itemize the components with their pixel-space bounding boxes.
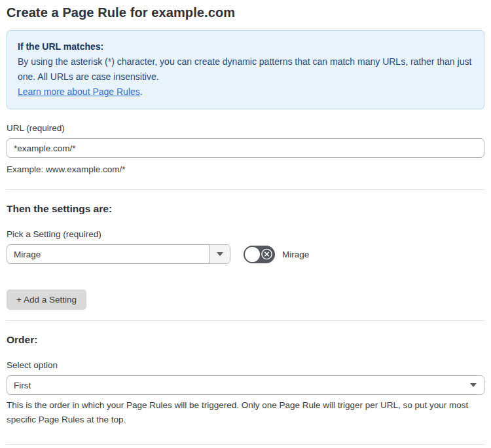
- url-example-helper: Example: www.example.com/*: [7, 162, 484, 177]
- url-input[interactable]: [7, 138, 484, 158]
- divider: [7, 444, 484, 445]
- toggle-off-x-icon: [261, 249, 272, 260]
- url-field-label: URL (required): [7, 123, 484, 133]
- page-title: Create a Page Rule for example.com: [7, 5, 484, 20]
- order-select[interactable]: First: [7, 375, 484, 395]
- setting-select[interactable]: Mirage: [7, 244, 230, 264]
- order-section-heading: Order:: [7, 334, 484, 346]
- setting-select-caret-button[interactable]: [209, 245, 230, 263]
- select-option-label: Select option: [7, 360, 484, 370]
- toggle-label: Mirage: [282, 250, 309, 259]
- info-box-body: By using the asterisk (*) character, you…: [18, 54, 473, 84]
- order-helper-text: This is the order in which your Page Rul…: [7, 398, 478, 427]
- info-box-link-line: Learn more about Page Rules.: [18, 84, 473, 100]
- divider: [7, 189, 484, 190]
- divider: [7, 320, 484, 321]
- add-setting-button[interactable]: + Add a Setting: [7, 289, 86, 310]
- learn-more-link[interactable]: Learn more about Page Rules: [18, 86, 140, 97]
- mirage-toggle[interactable]: [244, 246, 275, 263]
- info-box-heading: If the URL matches:: [18, 39, 473, 54]
- settings-section-heading: Then the settings are:: [7, 203, 484, 215]
- url-match-info-box: If the URL matches: By using the asteris…: [7, 30, 484, 109]
- setting-row: Mirage Mirage: [7, 244, 484, 264]
- chevron-down-icon: [217, 252, 223, 256]
- pick-setting-label: Pick a Setting (required): [7, 229, 484, 239]
- setting-select-value: Mirage: [7, 245, 209, 263]
- toggle-knob: [245, 247, 260, 262]
- order-select-value: First: [14, 381, 31, 390]
- link-suffix: .: [140, 86, 143, 97]
- chevron-down-icon: [470, 383, 477, 387]
